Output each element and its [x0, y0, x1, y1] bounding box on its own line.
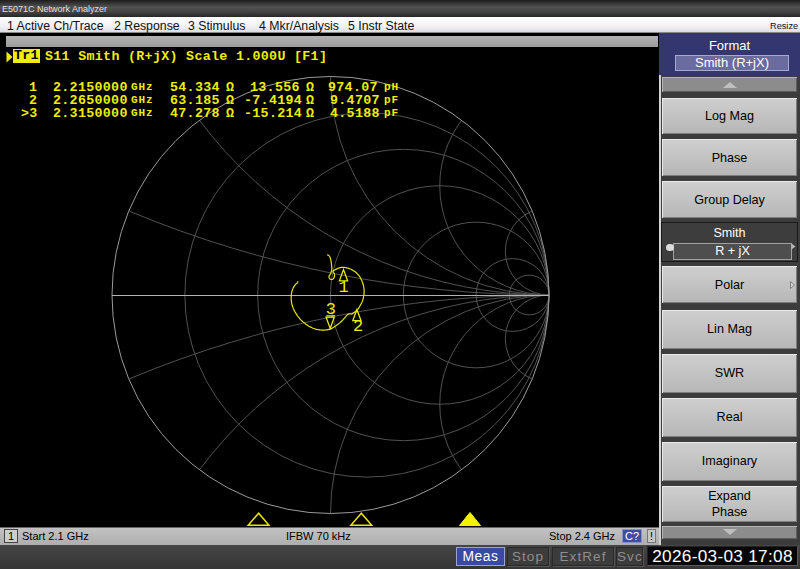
svg-text:3: 3 [326, 300, 336, 319]
svg-text:2: 2 [353, 317, 363, 336]
svg-text:1: 1 [339, 278, 349, 297]
